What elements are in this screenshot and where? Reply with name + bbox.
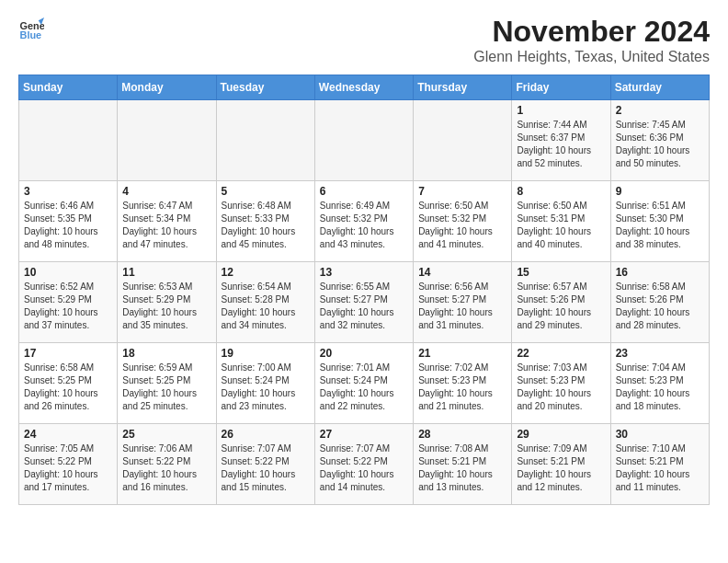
day-number: 27 [320, 428, 408, 441]
calendar-cell: 7Sunrise: 6:50 AM Sunset: 5:32 PM Daylig… [414, 181, 512, 262]
day-info: Sunrise: 7:44 AM Sunset: 6:37 PM Dayligh… [517, 119, 605, 170]
day-number: 7 [418, 185, 506, 198]
day-info: Sunrise: 7:07 AM Sunset: 5:22 PM Dayligh… [222, 442, 310, 494]
day-number: 26 [222, 428, 310, 441]
day-number: 9 [616, 185, 704, 198]
day-number: 12 [222, 266, 310, 279]
calendar-cell [314, 100, 413, 181]
day-number: 25 [122, 428, 210, 441]
day-number: 4 [122, 185, 210, 198]
day-info: Sunrise: 6:55 AM Sunset: 5:27 PM Dayligh… [320, 281, 408, 332]
day-info: Sunrise: 6:49 AM Sunset: 5:32 PM Dayligh… [320, 200, 408, 251]
day-info: Sunrise: 7:10 AM Sunset: 5:21 PM Dayligh… [616, 442, 704, 494]
day-info: Sunrise: 6:54 AM Sunset: 5:28 PM Dayligh… [222, 281, 310, 332]
day-of-week-header: Monday [118, 75, 216, 100]
calendar-cell: 23Sunrise: 7:04 AM Sunset: 5:23 PM Dayli… [610, 343, 709, 424]
day-info: Sunrise: 6:58 AM Sunset: 5:26 PM Dayligh… [616, 281, 704, 332]
day-number: 20 [320, 347, 408, 360]
calendar-week-row: 17Sunrise: 6:58 AM Sunset: 5:25 PM Dayli… [19, 343, 710, 424]
calendar-cell: 26Sunrise: 7:07 AM Sunset: 5:22 PM Dayli… [216, 424, 314, 505]
day-number: 21 [418, 347, 506, 360]
day-number: 8 [517, 185, 605, 198]
day-info: Sunrise: 6:50 AM Sunset: 5:31 PM Dayligh… [517, 200, 605, 251]
calendar-cell: 1Sunrise: 7:44 AM Sunset: 6:37 PM Daylig… [512, 100, 610, 181]
calendar-cell: 19Sunrise: 7:00 AM Sunset: 5:24 PM Dayli… [216, 343, 314, 424]
day-number: 10 [24, 266, 112, 279]
day-number: 1 [517, 104, 605, 117]
day-info: Sunrise: 6:59 AM Sunset: 5:25 PM Dayligh… [122, 362, 210, 413]
calendar-cell: 29Sunrise: 7:09 AM Sunset: 5:21 PM Dayli… [512, 424, 610, 505]
day-info: Sunrise: 6:50 AM Sunset: 5:32 PM Dayligh… [418, 200, 506, 251]
calendar-cell: 10Sunrise: 6:52 AM Sunset: 5:29 PM Dayli… [19, 262, 118, 343]
calendar-cell: 22Sunrise: 7:03 AM Sunset: 5:23 PM Dayli… [512, 343, 610, 424]
calendar-cell: 27Sunrise: 7:07 AM Sunset: 5:22 PM Dayli… [314, 424, 413, 505]
day-info: Sunrise: 7:00 AM Sunset: 5:24 PM Dayligh… [222, 362, 310, 413]
calendar-cell: 14Sunrise: 6:56 AM Sunset: 5:27 PM Dayli… [414, 262, 512, 343]
calendar-week-row: 3Sunrise: 6:46 AM Sunset: 5:35 PM Daylig… [19, 181, 710, 262]
day-info: Sunrise: 7:09 AM Sunset: 5:21 PM Dayligh… [517, 442, 605, 494]
day-number: 3 [24, 185, 112, 198]
day-info: Sunrise: 7:07 AM Sunset: 5:22 PM Dayligh… [320, 442, 408, 494]
day-info: Sunrise: 7:04 AM Sunset: 5:23 PM Dayligh… [616, 362, 704, 413]
day-info: Sunrise: 6:47 AM Sunset: 5:34 PM Dayligh… [122, 200, 210, 251]
calendar-cell: 20Sunrise: 7:01 AM Sunset: 5:24 PM Dayli… [314, 343, 413, 424]
day-of-week-header: Tuesday [216, 75, 314, 100]
calendar-cell: 28Sunrise: 7:08 AM Sunset: 5:21 PM Dayli… [414, 424, 512, 505]
calendar-cell [118, 100, 216, 181]
day-of-week-header: Sunday [19, 75, 118, 100]
day-number: 2 [616, 104, 704, 117]
calendar-header-row: SundayMondayTuesdayWednesdayThursdayFrid… [19, 75, 710, 100]
day-info: Sunrise: 7:06 AM Sunset: 5:22 PM Dayligh… [122, 442, 210, 494]
day-number: 16 [616, 266, 704, 279]
svg-text:Blue: Blue [20, 29, 42, 40]
day-info: Sunrise: 7:08 AM Sunset: 5:21 PM Dayligh… [418, 442, 506, 494]
month-title: November 2024 [473, 15, 710, 49]
calendar-cell: 4Sunrise: 6:47 AM Sunset: 5:34 PM Daylig… [118, 181, 216, 262]
day-number: 14 [418, 266, 506, 279]
day-info: Sunrise: 7:03 AM Sunset: 5:23 PM Dayligh… [517, 362, 605, 413]
day-number: 23 [616, 347, 704, 360]
day-of-week-header: Saturday [610, 75, 709, 100]
day-number: 5 [222, 185, 310, 198]
calendar-body: 1Sunrise: 7:44 AM Sunset: 6:37 PM Daylig… [19, 100, 710, 505]
day-number: 11 [122, 266, 210, 279]
day-info: Sunrise: 7:02 AM Sunset: 5:23 PM Dayligh… [418, 362, 506, 413]
calendar-cell: 16Sunrise: 6:58 AM Sunset: 5:26 PM Dayli… [610, 262, 709, 343]
day-number: 17 [24, 347, 112, 360]
calendar-cell: 5Sunrise: 6:48 AM Sunset: 5:33 PM Daylig… [216, 181, 314, 262]
day-info: Sunrise: 7:01 AM Sunset: 5:24 PM Dayligh… [320, 362, 408, 413]
calendar-week-row: 24Sunrise: 7:05 AM Sunset: 5:22 PM Dayli… [19, 424, 710, 505]
day-number: 29 [517, 428, 605, 441]
calendar-cell: 17Sunrise: 6:58 AM Sunset: 5:25 PM Dayli… [19, 343, 118, 424]
day-info: Sunrise: 6:53 AM Sunset: 5:29 PM Dayligh… [122, 281, 210, 332]
calendar-week-row: 1Sunrise: 7:44 AM Sunset: 6:37 PM Daylig… [19, 100, 710, 181]
title-area: November 2024 Glenn Heights, Texas, Unit… [473, 15, 710, 65]
day-number: 22 [517, 347, 605, 360]
logo-icon: General Blue [18, 15, 44, 40]
calendar-cell: 25Sunrise: 7:06 AM Sunset: 5:22 PM Dayli… [118, 424, 216, 505]
day-number: 13 [320, 266, 408, 279]
day-of-week-header: Wednesday [314, 75, 413, 100]
calendar-cell: 21Sunrise: 7:02 AM Sunset: 5:23 PM Dayli… [414, 343, 512, 424]
day-info: Sunrise: 6:52 AM Sunset: 5:29 PM Dayligh… [24, 281, 112, 332]
calendar-cell: 6Sunrise: 6:49 AM Sunset: 5:32 PM Daylig… [314, 181, 413, 262]
calendar-cell: 9Sunrise: 6:51 AM Sunset: 5:30 PM Daylig… [610, 181, 709, 262]
day-info: Sunrise: 6:51 AM Sunset: 5:30 PM Dayligh… [616, 200, 704, 251]
day-info: Sunrise: 6:58 AM Sunset: 5:25 PM Dayligh… [24, 362, 112, 413]
calendar-cell: 8Sunrise: 6:50 AM Sunset: 5:31 PM Daylig… [512, 181, 610, 262]
day-number: 30 [616, 428, 704, 441]
calendar-table: SundayMondayTuesdayWednesdayThursdayFrid… [18, 75, 710, 505]
day-info: Sunrise: 7:05 AM Sunset: 5:22 PM Dayligh… [24, 442, 112, 494]
header: General Blue November 2024 Glenn Heights… [18, 15, 710, 65]
calendar-cell: 30Sunrise: 7:10 AM Sunset: 5:21 PM Dayli… [610, 424, 709, 505]
calendar-cell [216, 100, 314, 181]
calendar-cell: 2Sunrise: 7:45 AM Sunset: 6:36 PM Daylig… [610, 100, 709, 181]
calendar-cell: 12Sunrise: 6:54 AM Sunset: 5:28 PM Dayli… [216, 262, 314, 343]
calendar-cell: 13Sunrise: 6:55 AM Sunset: 5:27 PM Dayli… [314, 262, 413, 343]
calendar-cell: 15Sunrise: 6:57 AM Sunset: 5:26 PM Dayli… [512, 262, 610, 343]
day-number: 18 [122, 347, 210, 360]
day-number: 6 [320, 185, 408, 198]
calendar-cell: 24Sunrise: 7:05 AM Sunset: 5:22 PM Dayli… [19, 424, 118, 505]
calendar-week-row: 10Sunrise: 6:52 AM Sunset: 5:29 PM Dayli… [19, 262, 710, 343]
logo: General Blue [18, 15, 44, 40]
